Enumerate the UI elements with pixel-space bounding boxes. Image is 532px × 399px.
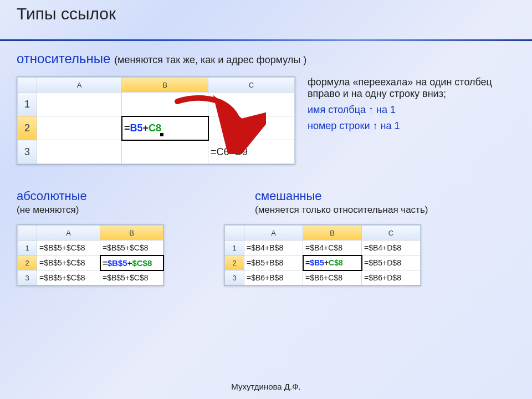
mix-B2-r1: $B5 [310, 258, 324, 267]
relative-heading: относительные (меняются так же, как и ад… [17, 51, 515, 66]
row-3: 3 [18, 140, 37, 164]
title-bar: Типы ссылок [0, 0, 532, 41]
mix-C2: =$B5+D$8 [362, 255, 421, 270]
relative-row: A B C 1 2 =B5+C8 [17, 76, 515, 167]
cell-B2-ref2: C8 [149, 122, 161, 134]
abs-B2-eq: = [103, 258, 108, 268]
corner-cell [18, 78, 37, 93]
page-title: Типы ссылок [17, 4, 532, 23]
abs-A3: =$B$5+$C$8 [37, 270, 100, 285]
mix-B2-eq: = [305, 258, 310, 267]
abs-corner [18, 226, 37, 241]
col-B: B [122, 78, 208, 93]
cell-B2-eq: = [124, 122, 130, 134]
abs-A2: =$B$5+$C$8 [37, 255, 100, 270]
mix-B2-r2: C$8 [329, 258, 343, 267]
mixed-sub: (меняется только относительная часть) [255, 204, 428, 216]
abs-col-A: A [37, 226, 100, 241]
mix-A1: =$B4+B$8 [244, 241, 303, 255]
mix-A2: =$B5+B$8 [244, 255, 303, 270]
cell-A2 [37, 116, 122, 140]
cell-A1 [37, 93, 122, 116]
fill-handle-icon [160, 133, 163, 136]
abs-B2-active: =$B$5+$C$8 [100, 255, 163, 270]
relative-notes: формула «переехала» на один столбец впра… [308, 76, 502, 136]
abs-row-2: 2 [18, 255, 37, 270]
row-2: 2 [18, 116, 37, 140]
note-row: номер строки ↑ на 1 [308, 120, 502, 132]
absolute-sheet: A B 1 =$B$5+$C$8 =$B$5+$C$8 2 =$B$5+$C$8… [17, 224, 164, 286]
abs-B2-r1: $B$5 [108, 258, 127, 268]
cell-B1 [122, 93, 208, 116]
absolute-heading: абсолютные [17, 189, 222, 203]
mixed-heading: смешанные [255, 189, 428, 203]
mix-col-C: C [362, 226, 421, 241]
footer-author: Мухутдинова Д.Ф. [0, 382, 532, 391]
abs-B2-r2: $C$8 [132, 258, 152, 268]
tables-row: A B 1 =$B$5+$C$8 =$B$5+$C$8 2 =$B$5+$C$8… [17, 224, 515, 286]
abs-col-B: B [100, 226, 163, 241]
mix-row-3: 3 [225, 270, 244, 285]
mix-C3: =$B6+D$8 [362, 270, 421, 285]
col-A: A [37, 78, 122, 93]
mix-row-1: 1 [225, 241, 244, 255]
mix-col-A: A [244, 226, 303, 241]
mix-C1: =$B4+D$8 [362, 241, 421, 255]
col-C: C [208, 78, 295, 93]
mixed-sheet: A B C 1 =$B4+B$8 =$B4+C$8 =$B4+D$8 2 =$B… [224, 224, 421, 286]
mix-B1: =$B4+C$8 [303, 241, 362, 255]
headings-row: абсолютные (не меняются) смешанные (меня… [17, 189, 515, 216]
cell-B3 [122, 140, 208, 164]
mix-B3: =$B6+C$8 [303, 270, 362, 285]
abs-B3: =$B$5+$C$8 [100, 270, 163, 285]
abs-row-1: 1 [18, 241, 37, 255]
abs-A1: =$B$5+$C$8 [37, 241, 100, 255]
absolute-sub: (не меняются) [17, 204, 222, 216]
cell-C1 [208, 93, 295, 116]
cell-B2-active: =B5+C8 [122, 116, 208, 140]
cell-C2 [208, 116, 295, 140]
title-rule [0, 39, 532, 41]
mix-col-B: B [303, 226, 362, 241]
mix-B2-plus: + [324, 258, 329, 267]
mix-corner [225, 226, 244, 241]
relative-heading-word: относительные [17, 51, 110, 66]
cell-B2-plus: + [143, 122, 149, 134]
mix-A3: =$B6+B$8 [244, 270, 303, 285]
note-move: формула «переехала» на один столбец впра… [308, 76, 502, 100]
relative-sheet-wrap: A B C 1 2 =B5+C8 [17, 76, 295, 167]
mix-B2-active: =$B5+C$8 [303, 255, 362, 270]
relative-heading-tail: (меняются так же, как и адрес формулы ) [114, 54, 306, 65]
cell-C3: =C6+D9 [208, 140, 295, 164]
abs-row-3: 3 [18, 270, 37, 285]
note-col: имя столбца ↑ на 1 [308, 104, 502, 116]
row-1: 1 [18, 93, 37, 116]
relative-sheet: A B C 1 2 =B5+C8 [17, 76, 295, 165]
content: относительные (меняются так же, как и ад… [0, 41, 532, 286]
cell-B2-ref1: B5 [130, 122, 143, 134]
abs-B1: =$B$5+$C$8 [100, 241, 163, 255]
mix-row-2: 2 [225, 255, 244, 270]
cell-A3 [37, 140, 122, 164]
